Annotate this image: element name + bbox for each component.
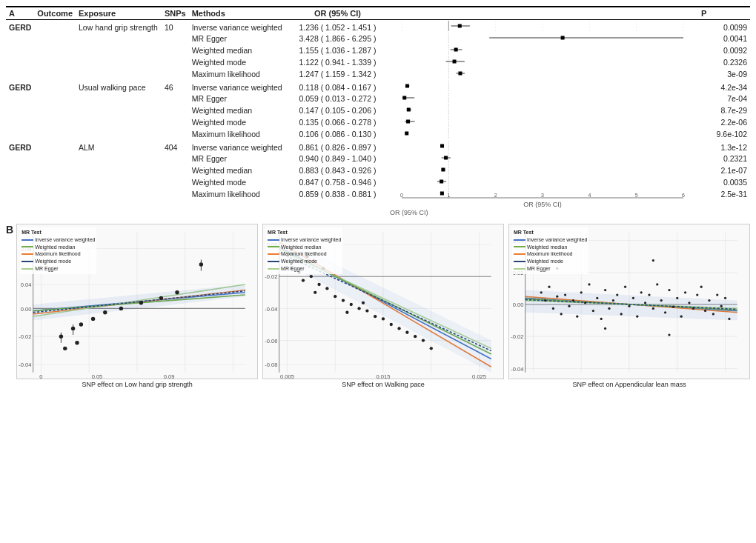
- x-axis-label-1: SNP effect on Low hand grip strength: [16, 381, 258, 388]
- forest-table: A Outcome Exposure SNPs Methods OR (95% …: [6, 7, 750, 209]
- exposure-cell: [76, 68, 162, 80]
- svg-rect-45: [441, 168, 445, 172]
- forest-plot-svg: [387, 56, 698, 67]
- panel-label-cell: [34, 164, 76, 176]
- panel-label-cell: [34, 44, 76, 56]
- snps-cell: 46: [162, 80, 189, 93]
- svg-text:-0.02: -0.02: [19, 333, 31, 340]
- svg-rect-51: [440, 192, 444, 196]
- svg-point-151: [362, 302, 365, 304]
- outcome-cell: [6, 188, 34, 200]
- svg-point-148: [314, 291, 316, 294]
- exposure-header: Exposure: [76, 7, 162, 20]
- forest-plot-svg: [387, 93, 698, 103]
- svg-point-226: [604, 327, 606, 330]
- plot-cell: [387, 116, 698, 128]
- table-row: Maximum likelihood0.859 ( 0.838 - 0.881 …: [6, 188, 750, 200]
- method-cell: Weighted median: [189, 164, 288, 176]
- svg-point-97: [63, 347, 67, 350]
- svg-text:-0.04: -0.04: [265, 306, 277, 313]
- svg-point-89: [79, 322, 83, 326]
- svg-point-213: [684, 291, 686, 293]
- svg-point-220: [712, 313, 714, 315]
- svg-rect-48: [440, 180, 443, 184]
- exposure-cell: Usual walking pace: [76, 80, 162, 93]
- svg-point-90: [91, 317, 95, 321]
- plot-cell: [387, 128, 698, 140]
- svg-rect-9: [458, 24, 462, 27]
- table-row: MR Egger0.940 ( 0.849 - 1.040 )0.2321: [6, 153, 750, 164]
- plot-cell: [387, 104, 698, 116]
- outcome-cell: [6, 93, 34, 104]
- svg-point-227: [652, 259, 654, 261]
- snps-cell: [162, 44, 189, 56]
- p-value-cell: 0.0035: [698, 176, 750, 188]
- svg-point-98: [75, 341, 79, 344]
- plot-cell: [387, 68, 698, 80]
- panel-label-cell: [34, 104, 76, 116]
- snps-header: SNPs: [162, 7, 189, 20]
- svg-point-137: [350, 303, 353, 306]
- plot-cell: [387, 44, 698, 56]
- svg-text:-0.04: -0.04: [511, 366, 523, 373]
- svg-point-93: [139, 301, 143, 304]
- svg-text:-0.02: -0.02: [511, 333, 523, 340]
- p-value-cell: 7e-04: [698, 93, 750, 104]
- svg-point-204: [648, 293, 650, 296]
- exposure-cell: ALM: [76, 140, 162, 153]
- svg-point-194: [608, 307, 610, 310]
- svg-point-214: [688, 302, 690, 304]
- panel-label-cell: [34, 176, 76, 188]
- table-row: Weighted mode1.122 ( 0.941 - 1.339 )0.23…: [6, 56, 750, 68]
- exposure-cell: [76, 128, 162, 140]
- or-ci-header: OR (95% CI): [288, 7, 387, 20]
- panel-a-label: A: [6, 7, 34, 20]
- svg-rect-21: [458, 72, 462, 76]
- panel-label-cell: [34, 188, 76, 200]
- svg-text:0.005: 0.005: [280, 373, 294, 379]
- svg-rect-15: [454, 48, 458, 52]
- or-ci-cell: 0.118 ( 0.084 - 0.167 ): [288, 80, 387, 93]
- or-ci-cell: 0.847 ( 0.758 - 0.946 ): [288, 176, 387, 188]
- p-header: P: [698, 7, 750, 20]
- svg-point-203: [644, 302, 646, 304]
- svg-point-206: [656, 283, 658, 285]
- svg-point-228: [668, 333, 670, 336]
- outcome-cell: [6, 128, 34, 140]
- or-ci-cell: 3.428 ( 1.866 - 6.295 ): [288, 33, 387, 44]
- svg-point-150: [345, 311, 348, 314]
- svg-rect-42: [444, 156, 448, 160]
- svg-point-211: [676, 297, 678, 299]
- panel-label-cell: [34, 33, 76, 44]
- svg-rect-12: [561, 36, 565, 40]
- scatter-chart-1: MR Test Inverse variance weighted Weight…: [16, 224, 258, 379]
- method-cell: Weighted mode: [189, 116, 288, 128]
- svg-point-210: [672, 306, 674, 308]
- svg-point-208: [664, 311, 666, 313]
- method-cell: MR Egger: [189, 153, 288, 164]
- svg-text:2: 2: [494, 193, 497, 198]
- panel-label-cell: [34, 56, 76, 68]
- exposure-cell: Low hand grip strength: [76, 20, 162, 33]
- svg-text:0.00: 0.00: [513, 302, 524, 308]
- plot-cell: [387, 153, 698, 164]
- forest-plot-svg: [387, 141, 698, 151]
- svg-point-132: [310, 275, 313, 278]
- forest-plot-svg: [387, 164, 698, 175]
- table-row: MR Egger3.428 ( 1.866 - 6.295 )0.0041: [6, 33, 750, 44]
- svg-point-222: [720, 305, 723, 307]
- table-row: MR Egger0.059 ( 0.013 - 0.272 )7e-04: [6, 93, 750, 104]
- plot-cell: [387, 20, 698, 33]
- p-value-cell: 3e-09: [698, 68, 750, 80]
- svg-point-193: [604, 289, 606, 291]
- svg-text:0.015: 0.015: [377, 373, 391, 379]
- snps-cell: 10: [162, 20, 189, 33]
- forest-plot-svg: [387, 68, 698, 79]
- outcome-cell: GERD: [6, 80, 34, 93]
- svg-point-223: [724, 297, 726, 299]
- svg-rect-27: [402, 96, 406, 100]
- axis-label: OR (95% CI): [390, 209, 428, 216]
- or-ci-cell: 0.147 ( 0.105 - 0.206 ): [288, 104, 387, 116]
- forest-plot-svg: [387, 176, 698, 187]
- or-ci-cell: 0.940 ( 0.849 - 1.040 ): [288, 153, 387, 164]
